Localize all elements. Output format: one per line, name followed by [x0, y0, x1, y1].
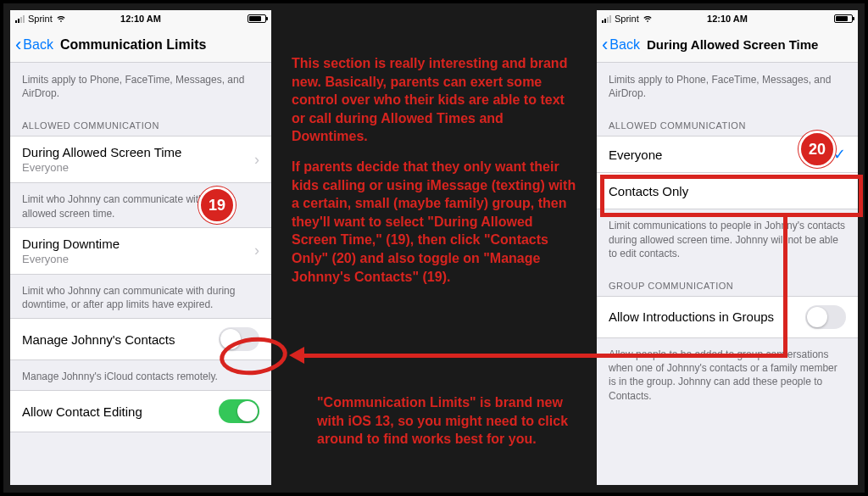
arrow-segment	[304, 354, 597, 358]
section-header-allowed: ALLOWED COMMUNICATION	[10, 107, 271, 136]
page-title: During Allowed Screen Time	[647, 37, 853, 52]
annotation-para-2: If parents decide that they only want th…	[292, 158, 580, 286]
row-during-allowed-screen-time[interactable]: During Allowed Screen Time Everyone ›	[10, 136, 271, 183]
annotation-para-1: This section is really interesting and b…	[292, 54, 580, 146]
row-note: Limit communications to people in Johnny…	[597, 209, 858, 267]
annotation-text-bottom: "Communication Limits" is brand new with…	[317, 393, 588, 449]
row-subtitle: Everyone	[22, 161, 181, 174]
option-label: Everyone	[609, 148, 662, 162]
chevron-right-icon: ›	[254, 151, 259, 169]
section-header-group: GROUP COMMUNICATION	[597, 267, 858, 296]
page-title: Communication Limits	[60, 37, 266, 53]
toggle-allow-contact-editing[interactable]	[219, 399, 259, 423]
arrow-segment	[597, 354, 787, 358]
row-title: Allow Contact Editing	[22, 404, 142, 419]
row-title: During Downtime	[22, 237, 120, 251]
battery-icon	[248, 14, 266, 23]
row-title: During Allowed Screen Time	[22, 145, 181, 159]
row-title: Manage Johnny's Contacts	[22, 332, 175, 347]
phone-right: Sprint 12:10 AM ‹ Back During Allowed Sc…	[597, 10, 858, 485]
status-bar: Sprint 12:10 AM	[10, 10, 271, 27]
row-during-downtime[interactable]: During Downtime Everyone ›	[10, 227, 271, 275]
chevron-left-icon: ‹	[602, 36, 608, 54]
callout-badge-20: 20	[798, 131, 836, 168]
annotation-para-3: "Communication Limits" is brand new with…	[317, 393, 588, 449]
status-time: 12:10 AM	[597, 14, 858, 24]
chevron-left-icon: ‹	[15, 36, 21, 54]
toggle-allow-intros[interactable]	[805, 305, 846, 329]
row-allow-intros[interactable]: Allow Introductions in Groups	[597, 296, 858, 338]
chevron-right-icon: ›	[254, 242, 259, 259]
row-allow-contact-editing[interactable]: Allow Contact Editing	[10, 390, 271, 432]
callout-rect-contacts-only	[600, 175, 863, 217]
callout-badge-19: 19	[198, 187, 236, 224]
arrow-head-icon	[289, 347, 304, 364]
phone-left: Sprint 12:10 AM ‹ Back Communication Lim…	[10, 10, 271, 485]
nav-bar: ‹ Back During Allowed Screen Time	[597, 27, 858, 63]
back-button[interactable]: ‹ Back	[602, 36, 640, 54]
status-bar: Sprint 12:10 AM	[597, 10, 858, 27]
status-time: 12:10 AM	[10, 14, 271, 24]
annotation-text-top: This section is really interesting and b…	[292, 54, 580, 298]
row-title: Allow Introductions in Groups	[609, 309, 774, 324]
battery-icon	[834, 14, 853, 23]
row-subtitle: Everyone	[22, 253, 120, 265]
row-note: Limit who Johnny can communicate with du…	[10, 274, 271, 318]
nav-bar: ‹ Back Communication Limits	[10, 27, 271, 63]
arrow-segment	[783, 217, 787, 355]
intro-note: Limits apply to Phone, FaceTime, Message…	[597, 63, 858, 107]
back-label: Back	[609, 37, 640, 53]
intro-note: Limits apply to Phone, FaceTime, Message…	[10, 63, 271, 107]
back-label: Back	[23, 37, 53, 53]
back-button[interactable]: ‹ Back	[15, 36, 53, 54]
row-note: Allow people to be added to group conver…	[597, 337, 858, 410]
